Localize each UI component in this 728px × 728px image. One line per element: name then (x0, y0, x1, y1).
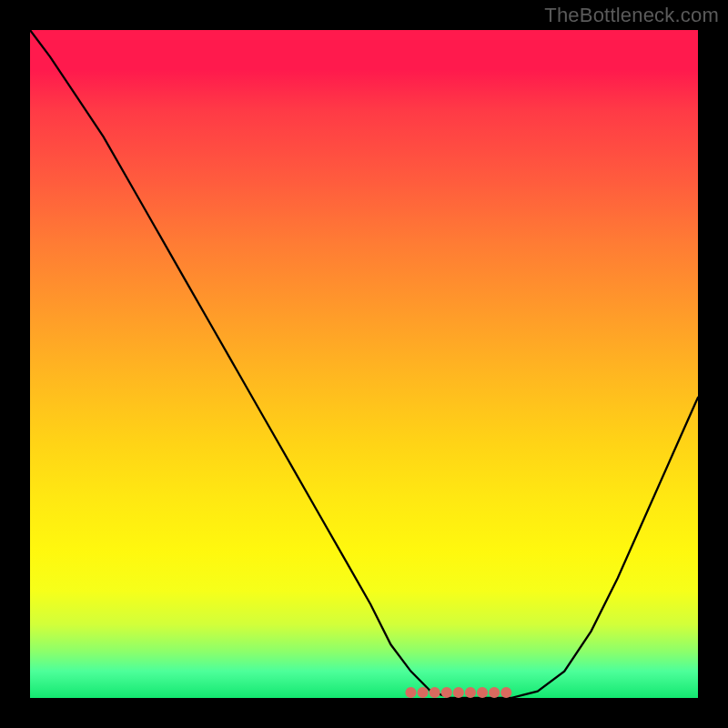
chart-frame: TheBottleneck.com (0, 0, 728, 728)
plot-area (30, 30, 698, 698)
bottleneck-curve (30, 30, 698, 698)
watermark-text: TheBottleneck.com (544, 4, 719, 27)
bottleneck-curve-svg (30, 30, 698, 698)
